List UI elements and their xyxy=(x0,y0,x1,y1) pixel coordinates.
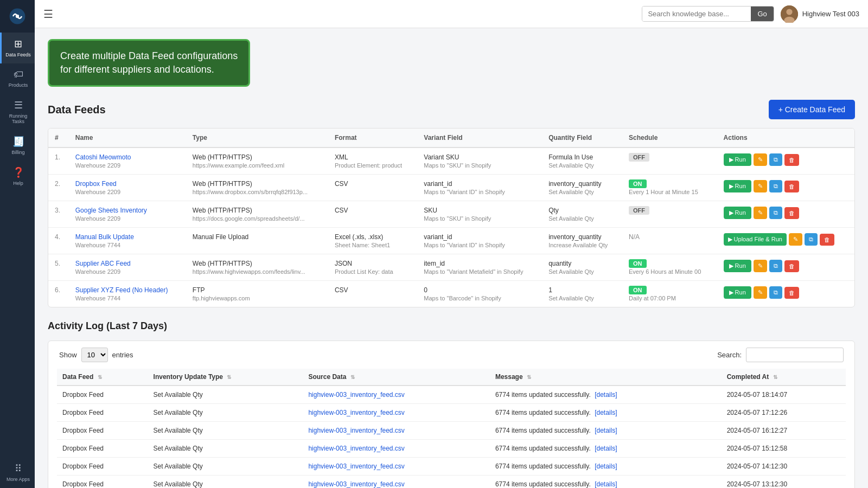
cell-num: 5. xyxy=(48,254,69,281)
activity-cell-completed: 2024-05-07 17:12:26 xyxy=(722,404,846,422)
cell-format: XML Product Element: product xyxy=(328,147,417,175)
source-data-link[interactable]: highview-003_inventory_feed.csv xyxy=(308,463,404,470)
run-button[interactable]: ▶ Run xyxy=(724,260,751,272)
col-data-feed: Data Feed ⇅ xyxy=(57,369,148,386)
cell-type: Web (HTTP/HTTPS) https://www.example.com… xyxy=(186,147,328,175)
feed-name-link[interactable]: Manual Bulk Update xyxy=(75,233,134,241)
copy-button[interactable]: ⧉ xyxy=(769,207,782,219)
user-avatar xyxy=(781,5,798,23)
activity-cell-source: highview-003_inventory_feed.csv xyxy=(303,404,490,422)
feed-quantity-sub: Set Available Qty xyxy=(548,268,616,275)
sidebar-item-data-feeds[interactable]: ⊞ Data Feeds xyxy=(0,33,35,63)
run-button[interactable]: ▶ Run xyxy=(724,180,751,192)
create-data-feed-button[interactable]: + Create Data Feed xyxy=(769,100,855,119)
activity-cell-type: Set Available Qty xyxy=(148,458,303,476)
delete-button[interactable]: 🗑 xyxy=(784,154,799,166)
feed-type-url: https://docs.google.com/spreadsheets/d/.… xyxy=(193,215,322,222)
feed-warehouse: Warehouse 2209 xyxy=(75,215,180,222)
delete-button[interactable]: 🗑 xyxy=(820,234,834,246)
sidebar-item-help[interactable]: ❓ Help xyxy=(0,161,35,192)
details-link[interactable]: [details] xyxy=(595,445,617,452)
sidebar-item-more-apps[interactable]: ⠿ More Apps xyxy=(0,457,35,488)
feed-type-url: ftp.highviewapps.com xyxy=(193,295,322,301)
feed-name-link[interactable]: Supplier ABC Feed xyxy=(75,260,131,267)
sidebar-item-label: Data Feeds xyxy=(5,52,31,58)
activity-cell-message: 6774 items updated successfully. [detail… xyxy=(490,386,722,404)
cell-variant: variant_id Maps to "Variant ID" in Shopi… xyxy=(417,228,542,254)
col-schedule: Schedule xyxy=(622,129,717,147)
feed-quantity-sub: Set Available Qty xyxy=(548,215,616,222)
run-button[interactable]: ▶ Run xyxy=(724,207,751,219)
details-link[interactable]: [details] xyxy=(595,427,617,434)
more-apps-icon: ⠿ xyxy=(15,463,22,474)
knowledge-search-box: Go xyxy=(642,6,774,22)
copy-button[interactable]: ⧉ xyxy=(805,233,818,246)
schedule-badge: OFF xyxy=(629,206,649,215)
details-link[interactable]: [details] xyxy=(595,391,617,399)
edit-button[interactable]: ✎ xyxy=(789,233,802,246)
feed-name-link[interactable]: Supplier XYZ Feed (No Header) xyxy=(75,286,168,294)
table-row: 6. Supplier XYZ Feed (No Header) Warehou… xyxy=(48,281,854,307)
activity-cell-feed: Dropbox Feed xyxy=(57,440,148,458)
copy-button[interactable]: ⧉ xyxy=(769,153,782,166)
show-entries: Show 10 25 50 entries xyxy=(59,348,133,362)
col-type: Type xyxy=(186,129,328,147)
app-logo[interactable] xyxy=(0,0,35,33)
source-data-link[interactable]: highview-003_inventory_feed.csv xyxy=(308,445,404,452)
source-data-link[interactable]: highview-003_inventory_feed.csv xyxy=(308,409,404,416)
activity-cell-message: 6774 items updated successfully. [detail… xyxy=(490,440,722,458)
source-data-link[interactable]: highview-003_inventory_feed.csv xyxy=(308,391,404,399)
sidebar-item-billing[interactable]: 🧾 Billing xyxy=(0,130,35,161)
activity-cell-type: Set Available Qty xyxy=(148,386,303,404)
delete-button[interactable]: 🗑 xyxy=(784,207,799,219)
feed-name-link[interactable]: Dropbox Feed xyxy=(75,180,117,188)
entries-select[interactable]: 10 25 50 xyxy=(81,348,108,362)
feed-name-link[interactable]: Google Sheets Inventory xyxy=(75,207,147,214)
cell-actions: ▶ Run✎⧉🗑 xyxy=(717,281,854,307)
edit-button[interactable]: ✎ xyxy=(754,286,767,299)
delete-button[interactable]: 🗑 xyxy=(784,260,799,272)
sidebar-item-running-tasks[interactable]: ☰ Running Tasks xyxy=(0,94,35,131)
edit-button[interactable]: ✎ xyxy=(754,207,767,219)
cell-variant: SKU Maps to "SKU" in Shopify xyxy=(417,201,542,228)
tooltip-banner: Create multiple Data Feed configurations… xyxy=(48,39,250,87)
feed-warehouse: Warehouse 2209 xyxy=(75,268,180,275)
source-data-link[interactable]: highview-003_inventory_feed.csv xyxy=(308,480,404,488)
edit-button[interactable]: ✎ xyxy=(754,260,767,272)
details-link[interactable]: [details] xyxy=(595,480,617,488)
feed-quantity-sub: Set Available Qty xyxy=(548,189,616,195)
run-button[interactable]: ▶ Run xyxy=(724,286,751,299)
details-link[interactable]: [details] xyxy=(595,409,617,416)
activity-cell-type: Set Available Qty xyxy=(148,422,303,440)
details-link[interactable]: [details] xyxy=(595,463,617,470)
run-button[interactable]: ▶ Run xyxy=(724,153,751,166)
data-feeds-card: # Name Type Format Variant Field Quantit… xyxy=(48,128,855,307)
knowledge-search-input[interactable] xyxy=(642,7,751,21)
cell-type: Web (HTTP/HTTPS) https://www.dropbox.com… xyxy=(186,175,328,201)
feed-name-link[interactable]: Catoshi Meowmoto xyxy=(75,153,131,161)
delete-button[interactable]: 🗑 xyxy=(784,181,799,192)
copy-button[interactable]: ⧉ xyxy=(769,180,782,192)
sidebar-item-products[interactable]: 🏷 Products xyxy=(0,63,35,94)
main-wrapper: ☰ Go Highview Test 003 Create multiple D… xyxy=(35,0,868,488)
upload-run-button[interactable]: ▶ Upload File & Run xyxy=(724,233,787,246)
feed-schedule-sub: Every 6 Hours at Minute 00 xyxy=(629,268,711,275)
cell-variant: variant_id Maps to "Variant ID" in Shopi… xyxy=(417,175,542,201)
copy-button[interactable]: ⧉ xyxy=(769,286,782,299)
delete-button[interactable]: 🗑 xyxy=(784,287,799,299)
activity-search-input[interactable] xyxy=(746,348,844,362)
feed-type-url: https://www.example.com/feed.xml xyxy=(193,162,322,169)
hamburger-button[interactable]: ☰ xyxy=(43,8,53,21)
feed-variant-sub: Maps to "Variant ID" in Shopify xyxy=(424,242,535,248)
copy-button[interactable]: ⧉ xyxy=(769,260,782,272)
topbar: ☰ Go Highview Test 003 xyxy=(35,0,868,28)
user-badge[interactable]: Highview Test 003 xyxy=(781,5,859,23)
cell-schedule: ON Every 1 Hour at Minute 15 xyxy=(622,175,717,201)
activity-row: Dropbox Feed Set Available Qty highview-… xyxy=(57,386,846,404)
knowledge-search-button[interactable]: Go xyxy=(751,7,773,21)
activity-cell-feed: Dropbox Feed xyxy=(57,422,148,440)
source-data-link[interactable]: highview-003_inventory_feed.csv xyxy=(308,427,404,434)
col-num: # xyxy=(48,129,69,147)
edit-button[interactable]: ✎ xyxy=(754,153,767,166)
edit-button[interactable]: ✎ xyxy=(754,180,767,192)
